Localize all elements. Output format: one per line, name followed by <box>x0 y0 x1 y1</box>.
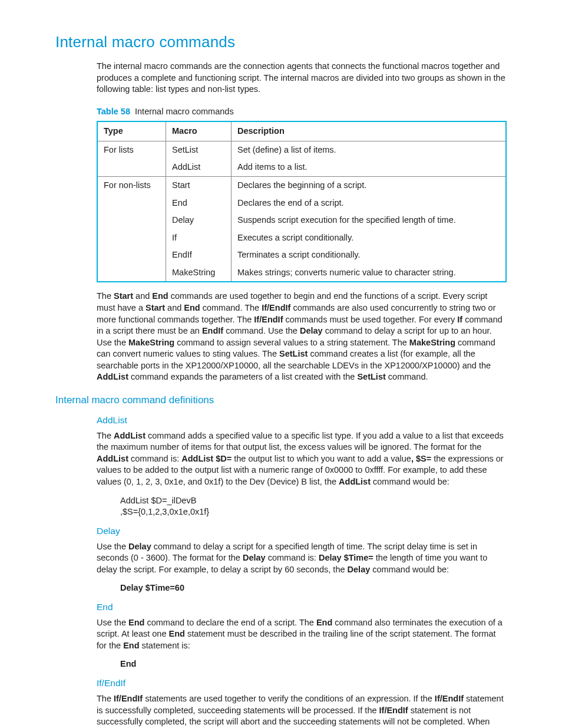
cell-desc: Add items to a list. <box>232 159 507 176</box>
cell-macro: MakeString <box>166 264 232 282</box>
heading-end: End <box>97 601 507 614</box>
th-macro: Macro <box>166 121 232 141</box>
cell-macro: End <box>166 195 232 212</box>
table-caption-label: Table 58 <box>97 107 130 116</box>
delay-paragraph: Use the Delay command to delay a script … <box>97 541 507 576</box>
cell-desc: Set (define) a list of items. <box>232 141 507 159</box>
cell-desc: Makes strings; converts numeric value to… <box>232 264 507 282</box>
cell-macro: SetList <box>166 141 232 159</box>
th-type: Type <box>97 121 166 141</box>
section-heading-definitions: Internal macro command definitions <box>55 394 507 407</box>
cell-desc: Terminates a script conditionally. <box>232 246 507 264</box>
cell-type: For lists <box>97 141 166 176</box>
table-row: For non-lists Start Declares the beginni… <box>97 177 506 195</box>
cell-type: For non-lists <box>97 177 166 282</box>
heading-delay: Delay <box>97 525 507 538</box>
end-paragraph: Use the End command to declare the end o… <box>97 617 507 652</box>
ifendif-paragraph: The If/EndIf statements are used togethe… <box>97 693 507 728</box>
cell-desc: Suspends script execution for the specif… <box>232 212 507 229</box>
code-line: AddList $D=_ilDevB <box>120 495 507 507</box>
page-title: Internal macro commands <box>55 32 507 52</box>
end-example: End <box>120 658 507 670</box>
th-desc: Description <box>232 121 507 141</box>
explanation-paragraph: The Start and End commands are used toge… <box>97 291 507 383</box>
cell-macro: Start <box>166 177 232 195</box>
heading-addlist: AddList <box>97 414 507 427</box>
table-row: For lists SetList Set (define) a list of… <box>97 141 506 159</box>
cell-desc: Executes a script conditionally. <box>232 229 507 247</box>
heading-ifendif: If/EndIf <box>97 677 507 690</box>
content-block: The internal macro commands are the conn… <box>97 61 507 383</box>
table-caption-text: Internal macro commands <box>135 107 234 116</box>
delay-example: Delay $Time=60 <box>120 582 507 594</box>
cell-desc: Declares the beginning of a script. <box>232 177 507 195</box>
cell-macro: Delay <box>166 212 232 229</box>
code-line: ,$S={0,1,2,3,0x1e,0x1f} <box>120 506 507 518</box>
cell-desc: Declares the end of a script. <box>232 195 507 212</box>
intro-paragraph: The internal macro commands are the conn… <box>97 61 507 95</box>
addlist-paragraph: The AddList command adds a specified val… <box>97 430 507 488</box>
cell-macro: EndIf <box>166 246 232 264</box>
addlist-code: AddList $D=_ilDevB ,$S={0,1,2,3,0x1e,0x1… <box>120 495 507 518</box>
cell-macro: AddList <box>166 159 232 176</box>
table-header-row: Type Macro Description <box>97 121 506 141</box>
macro-table: Type Macro Description For lists SetList… <box>97 121 507 282</box>
definitions-block: AddList The AddList command adds a speci… <box>97 414 507 728</box>
table-caption: Table 58 Internal macro commands <box>97 106 507 118</box>
cell-macro: If <box>166 229 232 247</box>
